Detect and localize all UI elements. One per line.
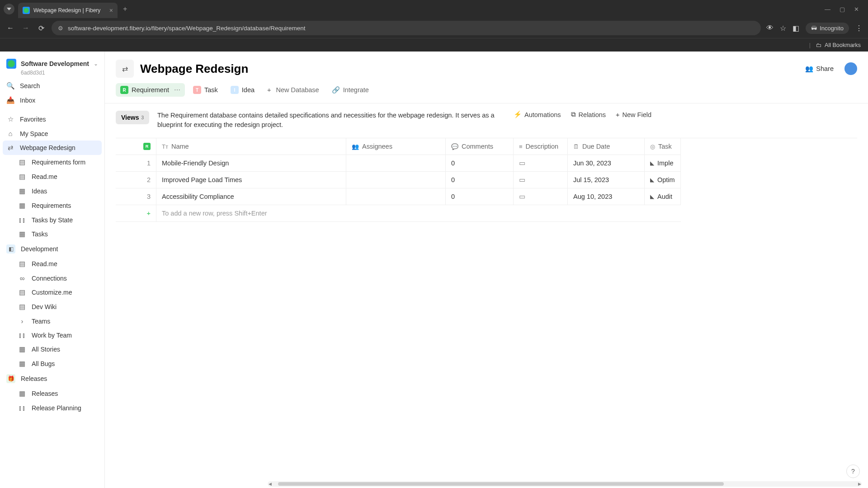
- cell-description[interactable]: ▭: [514, 155, 568, 172]
- tab-menu-icon[interactable]: ⋯: [174, 86, 180, 94]
- sidebar-item-customize[interactable]: ▤Customize.me: [0, 285, 104, 300]
- sidebar-item-dev-wiki[interactable]: ▤Dev Wiki: [0, 300, 104, 314]
- cell-comments[interactable]: 0: [446, 155, 514, 172]
- new-database-button[interactable]: + New Database: [263, 84, 324, 96]
- browser-tab-active[interactable]: Webpage Redesign | Fibery ×: [18, 3, 118, 18]
- horizontal-scrollbar[interactable]: ◀ ▶: [268, 481, 862, 487]
- col-due-date[interactable]: 🗓Due Date: [568, 138, 645, 155]
- sidebar-item-all-stories[interactable]: ▦All Stories: [0, 342, 104, 357]
- tab-search-button[interactable]: [4, 4, 14, 14]
- chevron-down-icon: ⌄: [94, 61, 98, 67]
- bookmark-star-icon[interactable]: ☆: [780, 24, 786, 33]
- page-icon[interactable]: ⇄: [116, 60, 134, 78]
- incognito-badge[interactable]: 🕶 Incognito: [806, 23, 849, 34]
- address-bar[interactable]: ⚙ software-development.fibery.io/fibery/…: [52, 21, 761, 35]
- maximize-icon[interactable]: ▢: [840, 6, 845, 13]
- sidebar-item-dev-readme[interactable]: ▤Read.me: [0, 257, 104, 271]
- row-number[interactable]: 2: [116, 172, 156, 188]
- db-tab-task[interactable]: T Task: [189, 83, 222, 97]
- browser-chrome: Webpage Redesign | Fibery × + — ▢ ✕ ← → …: [0, 0, 868, 52]
- sidebar-item-ideas[interactable]: ▦Ideas: [0, 184, 104, 198]
- cell-due-date[interactable]: Jun 30, 2023: [568, 155, 645, 172]
- relations-button[interactable]: ⧉Relations: [571, 111, 606, 118]
- row-number[interactable]: 3: [116, 188, 156, 205]
- col-assignees[interactable]: 👥Assignees: [346, 138, 446, 155]
- scroll-right-icon[interactable]: ▶: [857, 482, 862, 486]
- col-comments[interactable]: 💬Comments: [446, 138, 514, 155]
- cell-description[interactable]: ▭: [514, 188, 568, 205]
- share-button[interactable]: 👥 Share: [805, 65, 834, 73]
- help-button[interactable]: ?: [846, 465, 860, 478]
- row-number[interactable]: 1: [116, 155, 156, 172]
- cell-due-date[interactable]: Aug 10, 2023: [568, 188, 645, 205]
- cell-assignees[interactable]: [346, 188, 446, 205]
- forward-icon[interactable]: →: [21, 24, 31, 32]
- all-bookmarks-folder-icon: 🗀: [816, 42, 822, 48]
- sidebar: Software Development ⌄ 6ad8d3d1 🔍Search …: [0, 52, 105, 488]
- sidebar-item-requirements[interactable]: ▦Requirements: [0, 198, 104, 213]
- sidebar-item-teams[interactable]: ›Teams: [0, 314, 104, 328]
- sidebar-space-releases[interactable]: 🎁Releases: [0, 371, 104, 386]
- sidebar-item-all-bugs[interactable]: ▦All Bugs: [0, 357, 104, 371]
- row-number-header: R: [116, 138, 156, 155]
- cell-name[interactable]: Mobile-Friendly Design: [156, 155, 346, 172]
- eye-off-icon[interactable]: 👁: [766, 24, 774, 32]
- site-info-icon[interactable]: ⚙: [58, 25, 63, 32]
- plus-icon: +: [267, 86, 271, 94]
- sidebar-item-release-planning[interactable]: ⫿⫿Release Planning: [0, 401, 104, 415]
- integrate-button[interactable]: 🔗 Integrate: [327, 84, 373, 97]
- cell-assignees[interactable]: [346, 155, 446, 172]
- cell-name[interactable]: Accessibility Compliance: [156, 188, 346, 205]
- panel-icon[interactable]: ◧: [793, 24, 799, 33]
- automations-button[interactable]: ⚡Automations: [514, 111, 561, 118]
- tab-close-icon[interactable]: ×: [109, 7, 113, 14]
- sidebar-item-connections[interactable]: ∞Connections: [0, 271, 104, 285]
- reload-icon[interactable]: ⟳: [36, 24, 46, 33]
- sidebar-favorites[interactable]: ☆Favorites: [0, 112, 104, 127]
- page-title[interactable]: Webpage Redesign: [140, 62, 799, 76]
- sidebar-space-development[interactable]: ◧Development: [0, 241, 104, 257]
- scrollbar-handle[interactable]: [278, 482, 724, 486]
- grid-icon: ▦: [18, 187, 26, 195]
- kebab-menu-icon[interactable]: ⋮: [855, 24, 863, 33]
- window-controls: — ▢ ✕: [825, 6, 864, 13]
- sidebar-item-requirements-form[interactable]: ▤Requirements form: [0, 155, 104, 169]
- sidebar-item-readme[interactable]: ▤Read.me: [0, 169, 104, 184]
- database-description[interactable]: The Requirement database contains detail…: [157, 111, 505, 130]
- back-icon[interactable]: ←: [5, 24, 15, 32]
- sidebar-my-space[interactable]: ⌂My Space: [0, 127, 104, 141]
- add-row-button[interactable]: +: [116, 205, 156, 222]
- cell-comments[interactable]: 0: [446, 172, 514, 188]
- close-window-icon[interactable]: ✕: [854, 6, 859, 13]
- avatar[interactable]: [844, 62, 857, 75]
- sidebar-item-tasks[interactable]: ▦Tasks: [0, 227, 104, 241]
- cell-task[interactable]: ◣Optim: [645, 172, 681, 188]
- sidebar-item-work-by-team[interactable]: ⫿⫿Work by Team: [0, 328, 104, 342]
- minimize-icon[interactable]: —: [825, 6, 830, 13]
- all-bookmarks-link[interactable]: All Bookmarks: [825, 42, 861, 48]
- views-button[interactable]: Views 3: [116, 111, 149, 124]
- cell-name[interactable]: Improved Page Load Times: [156, 172, 346, 188]
- cell-comments[interactable]: 0: [446, 188, 514, 205]
- new-tab-button[interactable]: +: [123, 5, 127, 13]
- col-description[interactable]: ≡Description: [514, 138, 568, 155]
- cell-task[interactable]: ◣Audit: [645, 188, 681, 205]
- col-name[interactable]: TтName: [156, 138, 346, 155]
- col-task[interactable]: ◎Task: [645, 138, 681, 155]
- cell-assignees[interactable]: [346, 172, 446, 188]
- cell-due-date[interactable]: Jul 15, 2023: [568, 172, 645, 188]
- db-tab-requirement[interactable]: R Requirement ⋯: [116, 83, 185, 97]
- cell-task[interactable]: ◣Imple: [645, 155, 681, 172]
- sidebar-item-releases[interactable]: ▦Releases: [0, 386, 104, 401]
- new-field-button[interactable]: +New Field: [616, 111, 651, 118]
- sidebar-search[interactable]: 🔍Search: [0, 79, 104, 93]
- sidebar-space-webpage-redesign[interactable]: ⇄Webpage Redesign: [3, 141, 102, 155]
- doc-icon: ▤: [18, 260, 26, 268]
- cell-description[interactable]: ▭: [514, 172, 568, 188]
- add-row-hint[interactable]: To add a new row, press Shift+Enter: [156, 205, 681, 222]
- sidebar-item-tasks-by-state[interactable]: ⫿⫿Tasks by State: [0, 213, 104, 227]
- scroll-left-icon[interactable]: ◀: [268, 482, 272, 486]
- workspace-switcher[interactable]: Software Development ⌄: [0, 56, 104, 70]
- db-tab-idea[interactable]: I Idea: [226, 83, 259, 97]
- sidebar-inbox[interactable]: 📥Inbox: [0, 93, 104, 108]
